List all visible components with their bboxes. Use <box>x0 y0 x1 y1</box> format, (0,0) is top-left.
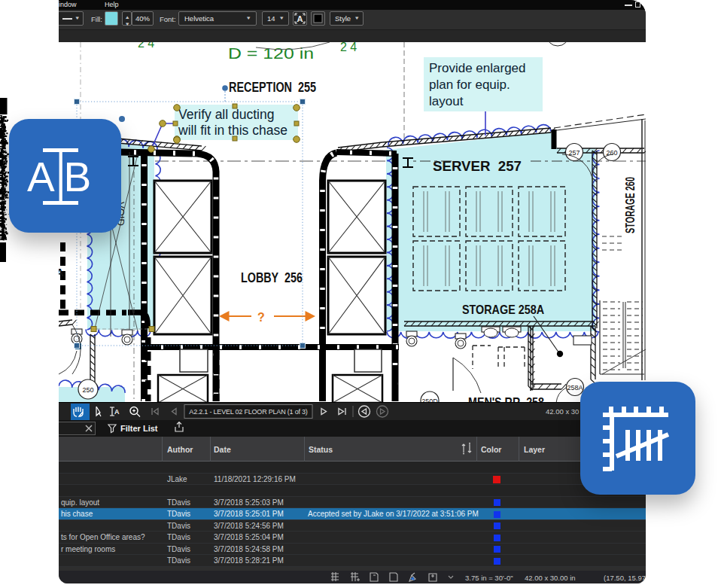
svg-text:MEN'S RR 258: MEN'S RR 258 <box>468 395 544 402</box>
svg-text:2 4: 2 4 <box>340 42 357 53</box>
svg-text:?: ? <box>257 311 265 324</box>
svg-text:STORAGE 260: STORAGE 260 <box>624 177 637 233</box>
svg-text:LOBBY 256: LOBBY 256 <box>241 270 303 285</box>
svg-text:A2.2.1 - LEVEL 02 FLOOR PLAN (: A2.2.1 - LEVEL 02 FLOOR PLAN (1 of 3) <box>189 408 308 416</box>
svg-text:2 4: 2 4 <box>138 42 154 50</box>
svg-text:will fit in this chase: will fit in this chase <box>178 123 287 138</box>
svg-text:42.00 x 30: 42.00 x 30 <box>546 407 579 416</box>
svg-text:A: A <box>297 14 303 23</box>
svg-text:A: A <box>114 408 120 416</box>
svg-text:Provide enlarged: Provide enlarged <box>429 61 526 75</box>
svg-text:Filter List: Filter List <box>120 424 158 433</box>
svg-text:Verify all ducting: Verify all ducting <box>178 107 274 122</box>
svg-text:RECEPTION 255: RECEPTION 255 <box>229 80 316 95</box>
svg-text:A: A <box>27 154 55 200</box>
svg-text:D = 120 in: D = 120 in <box>228 45 314 62</box>
svg-text:B: B <box>64 154 92 200</box>
svg-text:250: 250 <box>82 386 93 394</box>
svg-text:layout: layout <box>429 94 464 108</box>
svg-text:STORAGE 258A: STORAGE 258A <box>462 303 544 316</box>
svg-text:plan for equip.: plan for equip. <box>429 78 510 92</box>
svg-text:A: A <box>59 266 64 279</box>
